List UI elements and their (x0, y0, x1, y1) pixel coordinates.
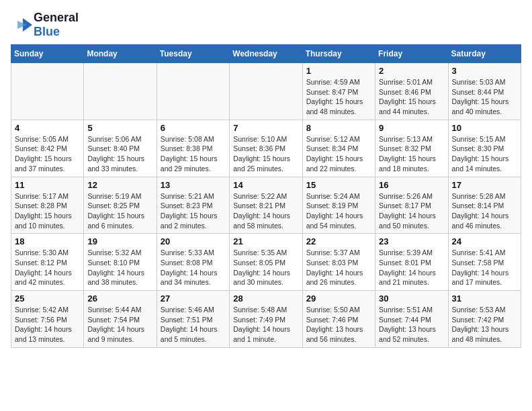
day-info: Sunrise: 5:39 AM Sunset: 8:01 PM Dayligh… (379, 248, 444, 287)
day-info: Sunrise: 5:15 AM Sunset: 8:30 PM Dayligh… (452, 134, 517, 174)
day-number: 19 (87, 236, 152, 246)
day-info: Sunrise: 5:48 AM Sunset: 7:49 PM Dayligh… (233, 305, 298, 345)
calendar-cell: 21Sunrise: 5:35 AM Sunset: 8:05 PM Dayli… (230, 234, 302, 291)
calendar-cell: 27Sunrise: 5:46 AM Sunset: 7:51 PM Dayli… (157, 291, 229, 348)
day-info: Sunrise: 5:13 AM Sunset: 8:32 PM Dayligh… (379, 134, 444, 174)
day-number: 7 (233, 123, 298, 133)
day-number: 24 (452, 236, 517, 246)
calendar-cell: 26Sunrise: 5:44 AM Sunset: 7:54 PM Dayli… (84, 291, 157, 348)
calendar-cell: 30Sunrise: 5:51 AM Sunset: 7:44 PM Dayli… (375, 291, 448, 348)
calendar-header-row: SundayMondayTuesdayWednesdayThursdayFrid… (11, 45, 521, 63)
day-number: 23 (379, 236, 444, 246)
column-header-tuesday: Tuesday (157, 45, 229, 63)
calendar-cell: 24Sunrise: 5:41 AM Sunset: 7:58 PM Dayli… (448, 234, 521, 291)
column-header-wednesday: Wednesday (230, 45, 302, 63)
calendar-cell: 14Sunrise: 5:22 AM Sunset: 8:21 PM Dayli… (230, 177, 302, 234)
calendar-cell: 31Sunrise: 5:53 AM Sunset: 7:42 PM Dayli… (448, 291, 521, 348)
day-number: 15 (306, 180, 371, 190)
calendar-cell: 29Sunrise: 5:50 AM Sunset: 7:46 PM Dayli… (302, 291, 375, 348)
calendar-cell: 11Sunrise: 5:17 AM Sunset: 8:28 PM Dayli… (11, 177, 84, 234)
day-number: 12 (87, 180, 152, 190)
calendar-cell: 10Sunrise: 5:15 AM Sunset: 8:30 PM Dayli… (448, 120, 521, 177)
day-number: 4 (15, 123, 80, 133)
column-header-monday: Monday (84, 45, 157, 63)
calendar-cell (11, 63, 84, 120)
calendar-cell (230, 63, 302, 120)
day-info: Sunrise: 5:24 AM Sunset: 8:19 PM Dayligh… (306, 191, 371, 231)
day-info: Sunrise: 5:32 AM Sunset: 8:10 PM Dayligh… (87, 248, 152, 287)
logo-icon (11, 17, 32, 33)
day-info: Sunrise: 5:01 AM Sunset: 8:46 PM Dayligh… (379, 77, 444, 117)
day-info: Sunrise: 5:30 AM Sunset: 8:12 PM Dayligh… (15, 248, 80, 287)
day-number: 29 (306, 293, 371, 304)
day-info: Sunrise: 5:03 AM Sunset: 8:44 PM Dayligh… (452, 77, 517, 117)
day-info: Sunrise: 5:19 AM Sunset: 8:25 PM Dayligh… (87, 191, 152, 231)
calendar-cell: 16Sunrise: 5:26 AM Sunset: 8:17 PM Dayli… (375, 177, 448, 234)
calendar-cell (157, 63, 229, 120)
column-header-saturday: Saturday (448, 45, 521, 63)
calendar-cell: 28Sunrise: 5:48 AM Sunset: 7:49 PM Dayli… (230, 291, 302, 348)
calendar-cell: 15Sunrise: 5:24 AM Sunset: 8:19 PM Dayli… (302, 177, 375, 234)
page-header: General Blue (11, 11, 521, 39)
calendar-cell: 25Sunrise: 5:42 AM Sunset: 7:56 PM Dayli… (11, 291, 84, 348)
calendar-cell: 23Sunrise: 5:39 AM Sunset: 8:01 PM Dayli… (375, 234, 448, 291)
calendar-cell: 8Sunrise: 5:12 AM Sunset: 8:34 PM Daylig… (302, 120, 375, 177)
day-number: 3 (452, 66, 517, 76)
day-info: Sunrise: 5:22 AM Sunset: 8:21 PM Dayligh… (233, 191, 298, 231)
day-info: Sunrise: 5:08 AM Sunset: 8:38 PM Dayligh… (161, 134, 226, 174)
day-info: Sunrise: 5:51 AM Sunset: 7:44 PM Dayligh… (379, 305, 444, 345)
day-number: 10 (452, 123, 517, 133)
calendar-cell: 22Sunrise: 5:37 AM Sunset: 8:03 PM Dayli… (302, 234, 375, 291)
day-number: 18 (15, 236, 80, 246)
column-header-friday: Friday (375, 45, 448, 63)
calendar-cell: 1Sunrise: 4:59 AM Sunset: 8:47 PM Daylig… (302, 63, 375, 120)
calendar-week-row: 1Sunrise: 4:59 AM Sunset: 8:47 PM Daylig… (11, 63, 521, 120)
day-number: 31 (452, 293, 517, 304)
day-number: 9 (379, 123, 444, 133)
day-number: 26 (87, 293, 152, 304)
logo-blue-text: Blue (34, 25, 60, 38)
day-info: Sunrise: 5:42 AM Sunset: 7:56 PM Dayligh… (15, 305, 80, 345)
day-number: 11 (15, 180, 80, 190)
calendar-week-row: 4Sunrise: 5:05 AM Sunset: 8:42 PM Daylig… (11, 120, 521, 177)
logo-general-text: General (34, 11, 79, 24)
calendar-cell: 3Sunrise: 5:03 AM Sunset: 8:44 PM Daylig… (448, 63, 521, 120)
day-number: 21 (233, 236, 298, 246)
logo: General Blue (11, 11, 79, 39)
day-info: Sunrise: 5:05 AM Sunset: 8:42 PM Dayligh… (15, 134, 80, 174)
day-number: 5 (87, 123, 152, 133)
day-info: Sunrise: 5:17 AM Sunset: 8:28 PM Dayligh… (15, 191, 80, 231)
day-info: Sunrise: 4:59 AM Sunset: 8:47 PM Dayligh… (306, 77, 371, 117)
calendar-cell: 20Sunrise: 5:33 AM Sunset: 8:08 PM Dayli… (157, 234, 229, 291)
day-info: Sunrise: 5:06 AM Sunset: 8:40 PM Dayligh… (87, 134, 152, 174)
day-info: Sunrise: 5:44 AM Sunset: 7:54 PM Dayligh… (87, 305, 152, 345)
calendar-week-row: 18Sunrise: 5:30 AM Sunset: 8:12 PM Dayli… (11, 234, 521, 291)
day-number: 30 (379, 293, 444, 304)
day-number: 27 (161, 293, 226, 304)
calendar-table: SundayMondayTuesdayWednesdayThursdayFrid… (11, 44, 521, 348)
day-number: 22 (306, 236, 371, 246)
calendar-cell: 17Sunrise: 5:28 AM Sunset: 8:14 PM Dayli… (448, 177, 521, 234)
day-number: 16 (379, 180, 444, 190)
day-number: 25 (15, 293, 80, 304)
calendar-cell: 13Sunrise: 5:21 AM Sunset: 8:23 PM Dayli… (157, 177, 229, 234)
calendar-cell: 6Sunrise: 5:08 AM Sunset: 8:38 PM Daylig… (157, 120, 229, 177)
day-number: 6 (161, 123, 226, 133)
calendar-week-row: 11Sunrise: 5:17 AM Sunset: 8:28 PM Dayli… (11, 177, 521, 234)
day-number: 1 (306, 66, 371, 76)
day-info: Sunrise: 5:10 AM Sunset: 8:36 PM Dayligh… (233, 134, 298, 174)
day-number: 14 (233, 180, 298, 190)
calendar-cell: 5Sunrise: 5:06 AM Sunset: 8:40 PM Daylig… (84, 120, 157, 177)
calendar-cell: 7Sunrise: 5:10 AM Sunset: 8:36 PM Daylig… (230, 120, 302, 177)
day-number: 8 (306, 123, 371, 133)
calendar-cell: 9Sunrise: 5:13 AM Sunset: 8:32 PM Daylig… (375, 120, 448, 177)
calendar-cell: 19Sunrise: 5:32 AM Sunset: 8:10 PM Dayli… (84, 234, 157, 291)
day-number: 28 (233, 293, 298, 304)
calendar-cell: 12Sunrise: 5:19 AM Sunset: 8:25 PM Dayli… (84, 177, 157, 234)
day-info: Sunrise: 5:26 AM Sunset: 8:17 PM Dayligh… (379, 191, 444, 231)
calendar-cell (84, 63, 157, 120)
day-number: 2 (379, 66, 444, 76)
calendar-cell: 4Sunrise: 5:05 AM Sunset: 8:42 PM Daylig… (11, 120, 84, 177)
column-header-sunday: Sunday (11, 45, 84, 63)
calendar-cell: 18Sunrise: 5:30 AM Sunset: 8:12 PM Dayli… (11, 234, 84, 291)
